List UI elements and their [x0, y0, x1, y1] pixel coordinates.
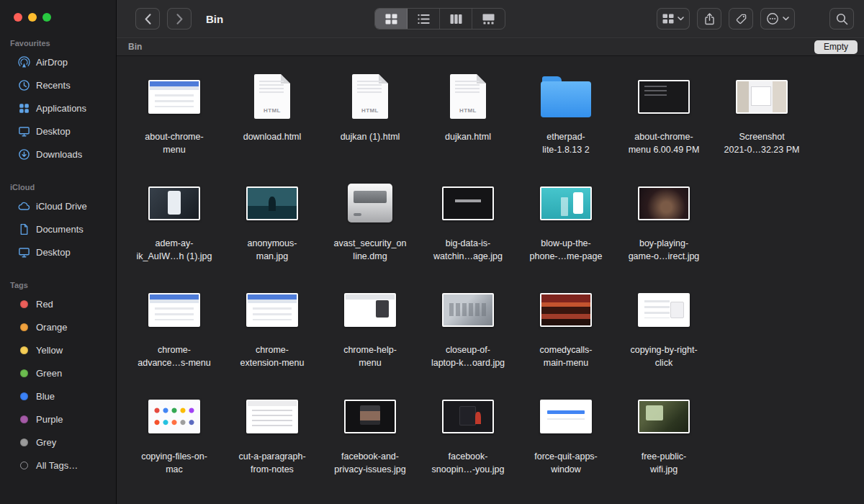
file-icon-area: HTML	[352, 68, 388, 125]
file-avast-security-online-dmg[interactable]: avast_security_online.dmg	[321, 171, 419, 278]
applications-icon	[17, 102, 30, 114]
file-free-public-wifi-jpg[interactable]: free-public-wifi.jpg	[615, 384, 713, 491]
file-about-chrome-menu-6-00-49-pm[interactable]: about-chrome-menu 6.00.49 PM	[615, 65, 713, 171]
file-grid-row: copying-files-on-maccut-a-paragraph-from…	[125, 384, 864, 491]
sidebar-item-yellow[interactable]: Yellow	[0, 338, 116, 361]
sidebar-section-icloud: iCloud	[0, 183, 116, 192]
view-list-button[interactable]	[408, 9, 440, 29]
file-comedycalls-main-menu[interactable]: comedycalls-main-menu	[517, 278, 615, 384]
sidebar-item-label: Grey	[36, 437, 56, 448]
sidebar-item-all-tags[interactable]: All Tags…	[0, 454, 116, 477]
file-icon-area	[442, 387, 494, 445]
file-icon-area	[148, 387, 200, 445]
cloud-icon	[17, 199, 30, 212]
file-adem-ay-ik-auiw-h-1-jpg[interactable]: adem-ay-ik_AuIW…h (1).jpg	[125, 171, 223, 278]
file-force-quit-apps-window[interactable]: force-quit-apps-window	[517, 384, 615, 491]
file-copying-by-right-click[interactable]: copying-by-right-click	[615, 278, 713, 384]
sidebar-item-green[interactable]: Green	[0, 361, 116, 384]
sidebar-item-label: AirDrop	[36, 57, 68, 68]
image-thumbnail	[736, 80, 788, 114]
file-screenshot-2021-0-32-23-pm[interactable]: Screenshot2021-0…32.23 PM	[713, 65, 811, 171]
image-thumbnail	[540, 186, 592, 220]
sidebar-item-grey[interactable]: Grey	[0, 431, 116, 454]
file-big-data-is-watchin-age-jpg[interactable]: big-data-is-watchin…age.jpg	[419, 171, 517, 278]
file-icon-area	[540, 174, 592, 232]
share-button[interactable]	[697, 8, 721, 30]
file-name: dujkan.html	[445, 131, 491, 144]
sidebar-item-icloud-drive[interactable]: iCloud Drive	[0, 194, 116, 217]
sidebar-item-airdrop[interactable]: AirDrop	[0, 50, 116, 73]
sidebar-item-label: Yellow	[36, 345, 63, 356]
file-icon-area	[540, 281, 592, 338]
sidebar-item-orange[interactable]: Orange	[0, 315, 116, 338]
tags-button[interactable]	[729, 8, 753, 30]
zoom-window-button[interactable]	[42, 13, 51, 22]
empty-bin-button[interactable]: Empty	[814, 40, 858, 54]
minimize-window-button[interactable]	[28, 13, 37, 22]
view-gallery-button[interactable]	[472, 9, 505, 29]
clock-icon	[17, 78, 30, 91]
file-copying-files-on-mac[interactable]: copying-files-on-mac	[125, 384, 223, 491]
file-etherpad-lite-1-8-13-2[interactable]: etherpad-lite-1.8.13 2	[517, 65, 615, 171]
sidebar-section-tags: Tags	[0, 281, 116, 289]
sidebar-item-documents[interactable]: Documents	[0, 217, 116, 240]
file-about-chrome-menu[interactable]: about-chrome-menu	[125, 65, 223, 171]
sidebar-item-recents[interactable]: Recents	[0, 73, 116, 96]
file-download-html[interactable]: HTMLdownload.html	[223, 65, 321, 171]
view-columns-button[interactable]	[440, 9, 472, 29]
back-button[interactable]	[135, 8, 160, 30]
airdrop-icon	[17, 55, 30, 68]
file-closeup-of-laptop-k-oard-jpg[interactable]: closeup-of-laptop-k…oard.jpg	[419, 278, 517, 384]
image-thumbnail	[148, 186, 200, 220]
file-facebook-snoopin-you-jpg[interactable]: facebook-snoopin…-you.jpg	[419, 384, 517, 491]
file-icon-area	[348, 174, 392, 232]
gallery-view-icon	[482, 14, 495, 24]
sidebar: FavouritesAirDropRecentsApplicationsDesk…	[0, 0, 117, 504]
sidebar-item-downloads[interactable]: Downloads	[0, 143, 116, 166]
file-chrome-help-menu[interactable]: chrome-help-menu	[321, 278, 419, 384]
sidebar-item-label: Documents	[36, 224, 84, 235]
image-thumbnail	[442, 400, 494, 433]
file-cut-a-paragraph-from-notes[interactable]: cut-a-paragraph-from-notes	[223, 384, 321, 491]
file-blow-up-the-phone-me-page[interactable]: blow-up-the-phone-…me-page	[517, 171, 615, 278]
view-icons-button[interactable]	[375, 9, 408, 29]
file-icon-area	[246, 387, 298, 445]
sidebar-item-desktop[interactable]: Desktop	[0, 120, 116, 143]
file-icon-area	[344, 281, 396, 338]
html-file-icon: HTML	[254, 74, 290, 119]
file-name: cut-a-paragraph-from-notes	[238, 451, 305, 476]
html-file-icon: HTML	[352, 74, 388, 119]
desktop-icon	[17, 125, 30, 138]
forward-button[interactable]	[167, 8, 192, 30]
grid-view-icon	[385, 14, 397, 24]
file-facebook-and-privacy-issues-jpg[interactable]: facebook-and-privacy-issues.jpg	[321, 384, 419, 491]
file-boy-playing-game-o-irect-jpg[interactable]: boy-playing-game-o…irect.jpg	[615, 171, 713, 278]
sidebar-item-desktop[interactable]: Desktop	[0, 240, 116, 264]
image-thumbnail	[638, 293, 690, 327]
tag-icon	[17, 320, 30, 333]
sidebar-item-label: Recents	[36, 80, 71, 91]
file-grid-row: about-chrome-menuHTMLdownload.htmlHTMLdu…	[125, 65, 864, 171]
file-chrome-extension-menu[interactable]: chrome-extension-menu	[223, 278, 321, 384]
file-anonymous-man-jpg[interactable]: anonymous-man.jpg	[223, 171, 321, 278]
search-button[interactable]	[829, 8, 854, 30]
file-dujkan-html[interactable]: HTMLdujkan.html	[419, 65, 517, 171]
group-button[interactable]	[657, 8, 690, 30]
image-thumbnail	[540, 293, 592, 327]
sidebar-item-purple[interactable]: Purple	[0, 408, 116, 431]
sidebar-item-label: Purple	[36, 414, 63, 425]
file-name: etherpad-lite-1.8.13 2	[542, 131, 589, 156]
file-chrome-advance-s-menu[interactable]: chrome-advance…s-menu	[125, 278, 223, 384]
ellipsis-circle-icon	[766, 12, 779, 25]
sidebar-item-applications[interactable]: Applications	[0, 96, 116, 120]
tag-icon	[17, 390, 30, 402]
close-window-button[interactable]	[14, 13, 22, 22]
image-thumbnail	[246, 293, 298, 327]
sidebar-item-label: Green	[36, 368, 62, 379]
file-dujkan-1-html[interactable]: HTMLdujkan (1).html	[321, 65, 419, 171]
sidebar-item-label: Orange	[36, 322, 67, 333]
file-name: force-quit-apps-window	[534, 451, 598, 476]
sidebar-item-red[interactable]: Red	[0, 292, 116, 315]
more-button[interactable]	[760, 8, 795, 30]
sidebar-item-blue[interactable]: Blue	[0, 384, 116, 408]
